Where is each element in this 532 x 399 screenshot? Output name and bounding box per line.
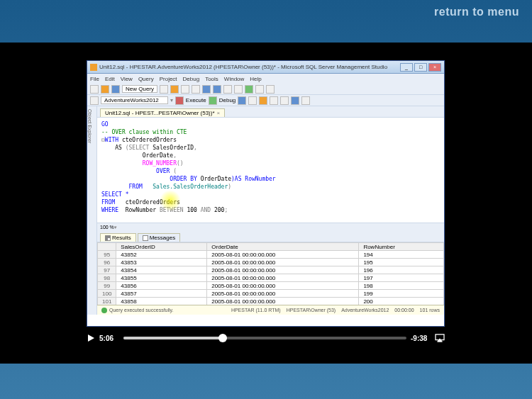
toolbar-icon[interactable] (266, 85, 275, 94)
svg-marker-0 (88, 335, 94, 342)
status-server: HPESTAR (11.0 RTM) (231, 308, 281, 313)
execute-button[interactable]: Execute (186, 97, 206, 103)
video-container: Unit12.sql - HPESTAR.AdventureWorks2012 … (0, 43, 532, 364)
toolbar-icon[interactable] (270, 96, 278, 105)
close-button[interactable]: × (428, 63, 441, 72)
col-header[interactable]: SalesOrderID (116, 243, 207, 251)
results-grid[interactable]: SalesOrderID OrderDate RowNumber 9543852… (97, 242, 444, 305)
menu-help[interactable]: Help (250, 76, 261, 82)
play-button[interactable] (87, 334, 95, 342)
status-time: 00:00:00 (394, 308, 414, 313)
col-header[interactable]: OrderDate (207, 243, 359, 251)
remaining-time: -9:38 (411, 335, 431, 342)
toolbar-icon[interactable] (223, 85, 232, 94)
menu-view[interactable]: View (121, 76, 133, 82)
elapsed-time: 5:06 (99, 335, 119, 342)
menubar: File Edit View Query Project Debug Tools… (87, 74, 444, 84)
progress-fill (123, 337, 223, 339)
toolbar-icon[interactable] (280, 96, 289, 105)
debug-button[interactable]: Debug (219, 97, 236, 103)
save-icon[interactable] (111, 85, 120, 94)
document-tabs: Unit12.sql - HPEST...PESTAR\Owner (53))*… (97, 106, 444, 118)
menu-query[interactable]: Query (138, 76, 154, 82)
toolbar-icon[interactable] (90, 96, 99, 105)
video-controls: 5:06 -9:38 (87, 331, 445, 345)
toolbar-icon[interactable] (170, 85, 179, 94)
open-icon[interactable] (101, 85, 109, 94)
messages-tab[interactable]: Messages (138, 233, 180, 242)
object-explorer-tab[interactable]: Object Explorer (87, 106, 97, 315)
new-query-button[interactable]: New Query (122, 85, 157, 93)
menu-tools[interactable]: Tools (205, 76, 218, 82)
status-db: AdventureWorks2012 (341, 308, 389, 313)
messages-icon (143, 235, 148, 241)
results-tabs: Results Messages (97, 231, 444, 242)
success-icon (101, 308, 107, 313)
toolbar-icon[interactable] (291, 96, 299, 105)
ssms-window: Unit12.sql - HPESTAR.AdventureWorks2012 … (87, 60, 445, 327)
menu-edit[interactable]: Edit (105, 76, 115, 82)
table-row[interactable]: 95438522005-08-01 00:00:00.000194 (98, 251, 444, 259)
toolbar-icon[interactable] (181, 85, 189, 94)
col-header[interactable]: RowNumber (359, 243, 444, 251)
toolbar-icon[interactable] (255, 85, 264, 94)
status-user: HPESTAR\Owner (53) (287, 308, 336, 313)
toolbar-icon[interactable] (259, 96, 267, 105)
table-row[interactable]: 98438552005-08-01 00:00:00.000197 (98, 274, 444, 282)
table-row[interactable]: 101438582005-08-01 00:00:00.000200 (98, 298, 444, 305)
toolbar-sql: AdventureWorks2012 ▾ Execute Debug (87, 95, 444, 106)
row-header (98, 243, 116, 251)
toolbar-icon[interactable] (238, 96, 246, 105)
menu-debug[interactable]: Debug (183, 76, 200, 82)
results-tab[interactable]: Results (100, 233, 136, 242)
new-project-icon[interactable] (90, 85, 99, 94)
status-message: Query executed successfully. (109, 308, 174, 313)
query-statusbar: Query executed successfully. HPESTAR (11… (97, 305, 444, 315)
table-row[interactable]: 97438542005-08-01 00:00:00.000196 (98, 266, 444, 274)
tab-label: Unit12.sql - HPEST...PESTAR\Owner (53))* (105, 110, 215, 116)
play-icon[interactable] (245, 85, 253, 94)
return-to-menu-link[interactable]: return to menu (434, 6, 519, 18)
debug-icon[interactable] (209, 96, 217, 105)
toolbar-icon[interactable] (234, 85, 243, 94)
table-row[interactable]: 100438572005-08-01 00:00:00.000199 (98, 290, 444, 298)
zoom-indicator[interactable]: 100 % ▾ (97, 223, 444, 231)
toolbar-icon[interactable] (160, 85, 168, 94)
document-tab[interactable]: Unit12.sql - HPEST...PESTAR\Owner (53))*… (100, 108, 225, 117)
sql-editor[interactable]: GO -- OVER clause within CTE ⊟WITH cteOr… (97, 118, 444, 223)
toolbar-icon[interactable] (248, 96, 257, 105)
window-title: Unit12.sql - HPESTAR.AdventureWorks2012 … (99, 64, 400, 70)
toolbar-icon[interactable] (301, 96, 310, 105)
execute-icon[interactable] (175, 96, 184, 105)
status-rows: 101 rows (420, 308, 440, 313)
titlebar[interactable]: Unit12.sql - HPESTAR.AdventureWorks2012 … (87, 61, 444, 74)
toolbar-icon[interactable] (213, 85, 221, 94)
toolbar-icon[interactable] (192, 85, 200, 94)
maximize-button[interactable]: □ (414, 63, 427, 72)
grid-icon (105, 235, 111, 241)
table-row[interactable]: 99438562005-08-01 00:00:00.000198 (98, 282, 444, 290)
menu-project[interactable]: Project (160, 76, 177, 82)
airplay-icon[interactable] (435, 334, 445, 342)
toolbar-standard: New Query (87, 84, 444, 95)
menu-file[interactable]: File (90, 76, 99, 82)
tab-close-icon[interactable]: × (217, 110, 221, 116)
app-icon (90, 64, 97, 71)
toolbar-icon[interactable] (202, 85, 211, 94)
progress-track[interactable] (123, 337, 406, 339)
progress-thumb[interactable] (218, 334, 227, 342)
database-selector[interactable]: AdventureWorks2012 (101, 96, 168, 104)
minimize-button[interactable]: _ (400, 63, 413, 72)
menu-window[interactable]: Window (224, 76, 244, 82)
table-row[interactable]: 96438532005-08-01 00:00:00.000195 (98, 259, 444, 266)
